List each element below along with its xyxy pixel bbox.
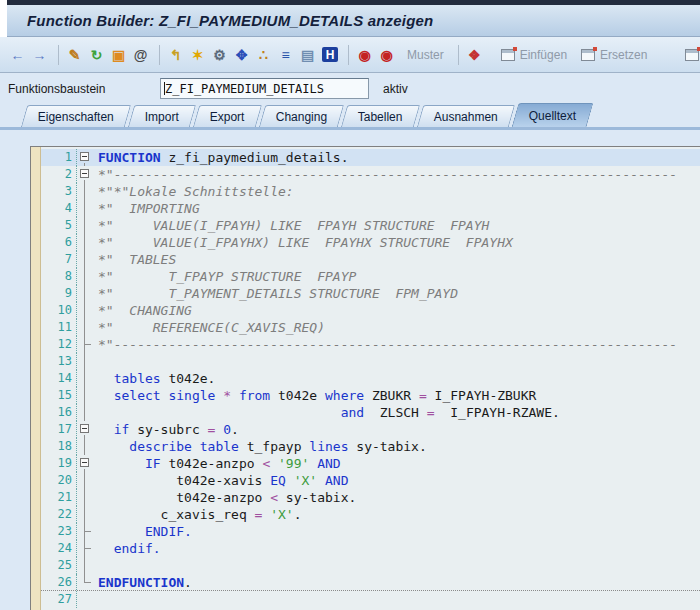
- code-text[interactable]: *"*"Lokale Schnittstelle:: [98, 183, 294, 200]
- toolbar-separator: [348, 45, 349, 65]
- code-line[interactable]: 23 ENDIF.: [31, 523, 700, 540]
- code-line[interactable]: 21 t042e-anzpo < sy-tabix.: [31, 489, 700, 506]
- code-line[interactable]: 27: [31, 591, 700, 608]
- tab-label: Export: [210, 110, 245, 124]
- display-change-icon[interactable]: ↻: [87, 45, 106, 64]
- code-line[interactable]: 24 endif.: [31, 540, 700, 557]
- einfuegen-button[interactable]: Einfügen: [501, 48, 567, 62]
- fold-toggle-icon[interactable]: [80, 455, 98, 472]
- code-text[interactable]: endif.: [98, 540, 161, 557]
- code-line[interactable]: 8*" T_FPAYP STRUCTURE FPAYP: [31, 268, 700, 285]
- code-text[interactable]: *"--------------------------------------…: [98, 166, 677, 183]
- muster-button[interactable]: Muster: [407, 48, 444, 62]
- code-line[interactable]: 13: [31, 353, 700, 370]
- code-line[interactable]: 4*" IMPORTING: [31, 200, 700, 217]
- line-number: 11: [42, 319, 77, 336]
- code-line[interactable]: 17 if sy-subrc = 0.: [31, 421, 700, 438]
- fold-toggle-icon[interactable]: [80, 166, 98, 183]
- breakpoint-user-icon[interactable]: ◉: [377, 45, 396, 64]
- code-text[interactable]: if sy-subrc = 0.: [98, 421, 239, 438]
- help-icon[interactable]: H: [322, 47, 338, 62]
- code-line[interactable]: 19 IF t042e-anzpo < '99' AND: [31, 455, 700, 472]
- code-line[interactable]: 10*" CHANGING: [31, 302, 700, 319]
- code-text[interactable]: *" REFERENCE(C_XAVIS_REQ): [98, 319, 325, 336]
- code-line[interactable]: 1FUNCTION z_fi_paymedium_details.: [31, 149, 700, 166]
- tab-tabellen[interactable]: Tabellen: [341, 105, 420, 127]
- window-corner: [0, 0, 7, 37]
- code-line[interactable]: 20 t042e-xavis EQ 'X' AND: [31, 472, 700, 489]
- code-line[interactable]: 14 tables t042e.: [31, 370, 700, 387]
- code-line[interactable]: 3*"*"Lokale Schnittstelle:: [31, 183, 700, 200]
- layers-icon[interactable]: ≡: [276, 45, 295, 64]
- code-line[interactable]: 11*" REFERENCE(C_XAVIS_REQ): [31, 319, 700, 336]
- code-line[interactable]: 9*" T_PAYMENT_DETAILS STRUCTURE FPM_PAYD: [31, 285, 700, 302]
- code-line[interactable]: 18 describe table t_fpayp lines sy-tabix…: [31, 438, 700, 455]
- tab-import[interactable]: Import: [128, 105, 196, 127]
- code-text[interactable]: *" VALUE(I_FPAYH) LIKE FPAYH STRUCTURE F…: [98, 217, 489, 234]
- tab-export[interactable]: Export: [193, 105, 262, 127]
- code-text[interactable]: *" T_FPAYP STRUCTURE FPAYP: [98, 268, 356, 285]
- page-title: Function Builder: Z_FI_PAYMEDIUM_DETAILS…: [7, 12, 434, 29]
- fold-line: [80, 472, 98, 489]
- ersetzen-button[interactable]: Ersetzen: [581, 48, 647, 62]
- fold-line: [80, 234, 98, 251]
- edit-pencil-icon[interactable]: ✎: [65, 45, 84, 64]
- tab-label: Tabellen: [358, 110, 403, 124]
- code-line[interactable]: 25: [31, 557, 700, 574]
- code-text[interactable]: *" IMPORTING: [98, 200, 200, 217]
- forward-icon[interactable]: →: [30, 45, 49, 64]
- code-line[interactable]: 6*" VALUE(I_FPAYHX) LIKE FPAYHX STRUCTUR…: [31, 234, 700, 251]
- wand-icon[interactable]: ✶: [188, 45, 207, 64]
- list-icon[interactable]: ▤: [298, 45, 317, 64]
- code-line[interactable]: 7*" TABLES: [31, 251, 700, 268]
- navigate-icon[interactable]: ✥: [232, 45, 251, 64]
- clipped-button[interactable]: [685, 49, 699, 61]
- breakpoint-icon[interactable]: ◉: [355, 45, 374, 64]
- fold-line: [80, 200, 98, 217]
- back-icon[interactable]: ←: [8, 45, 27, 64]
- code-line[interactable]: 12*"------------------------------------…: [31, 336, 700, 353]
- code-text[interactable]: tables t042e.: [98, 370, 215, 387]
- pattern-icon[interactable]: ❖: [465, 45, 484, 64]
- code-line[interactable]: 26ENDFUNCTION.: [31, 574, 700, 591]
- spiral-icon[interactable]: @: [131, 45, 150, 64]
- code-text[interactable]: *" T_PAYMENT_DETAILS STRUCTURE FPM_PAYD: [98, 285, 458, 302]
- where-used-icon[interactable]: ↰: [166, 45, 185, 64]
- code-text[interactable]: IF t042e-anzpo < '99' AND: [98, 455, 341, 472]
- code-text[interactable]: *" TABLES: [98, 251, 176, 268]
- code-text[interactable]: describe table t_fpayp lines sy-tabix.: [98, 438, 427, 455]
- function-module-input[interactable]: Z_FI_PAYMEDIUM_DETAILS: [160, 78, 369, 99]
- tab-ausnahmen[interactable]: Ausnahmen: [417, 105, 515, 127]
- fold-toggle-icon[interactable]: [80, 421, 98, 438]
- fold-line: [80, 353, 98, 370]
- code-text[interactable]: ENDIF.: [98, 523, 192, 540]
- code-line[interactable]: 2*"-------------------------------------…: [31, 166, 700, 183]
- code-text[interactable]: c_xavis_req = 'X'.: [98, 506, 302, 523]
- code-line[interactable]: 22 c_xavis_req = 'X'.: [31, 506, 700, 523]
- code-text[interactable]: ENDFUNCTION.: [98, 574, 192, 590]
- test-icon[interactable]: ⚙: [210, 45, 229, 64]
- hierarchy-icon[interactable]: ∴: [254, 45, 273, 64]
- code-text[interactable]: t042e-anzpo < sy-tabix.: [98, 489, 356, 506]
- code-line[interactable]: 16 and ZLSCH = I_FPAYH-RZAWE.: [31, 404, 700, 421]
- fold-toggle-icon[interactable]: [80, 149, 98, 166]
- code-editor[interactable]: 1FUNCTION z_fi_paymedium_details.2*"----…: [30, 146, 700, 610]
- code-text[interactable]: *"--------------------------------------…: [98, 336, 677, 353]
- fold-collapse-box-icon: [80, 152, 89, 161]
- code-text[interactable]: select single * from t042e where ZBUKR =…: [98, 387, 536, 404]
- code-text[interactable]: t042e-xavis EQ 'X' AND: [98, 472, 348, 489]
- code-text[interactable]: *" CHANGING: [98, 302, 192, 319]
- tab-changing[interactable]: Changing: [259, 105, 345, 127]
- tab-label: Ausnahmen: [434, 110, 498, 124]
- code-text[interactable]: and ZLSCH = I_FPAYH-RZAWE.: [98, 404, 560, 421]
- copy-icon[interactable]: ▣: [109, 45, 128, 64]
- code-text[interactable]: FUNCTION z_fi_paymedium_details.: [98, 149, 348, 166]
- line-number: 9: [42, 285, 77, 302]
- code-text[interactable]: *" VALUE(I_FPAYHX) LIKE FPAYHX STRUCTURE…: [98, 234, 513, 251]
- code-line[interactable]: 5*" VALUE(I_FPAYH) LIKE FPAYH STRUCTURE …: [31, 217, 700, 234]
- tab-quelltext[interactable]: Quelltext: [511, 103, 593, 127]
- tab-eigenschaften[interactable]: Eigenschaften: [21, 105, 131, 127]
- tab-label: Changing: [276, 110, 327, 124]
- code-line[interactable]: 15 select single * from t042e where ZBUK…: [31, 387, 700, 404]
- line-number: 14: [42, 370, 77, 387]
